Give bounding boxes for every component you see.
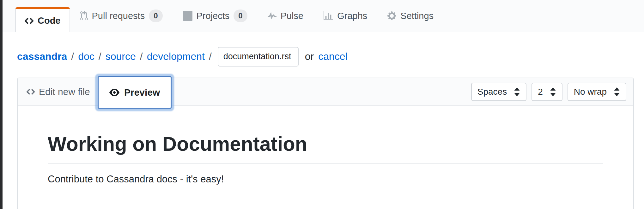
wrap-mode-select[interactable]: No wrap bbox=[568, 83, 626, 101]
indent-mode-value: Spaces bbox=[477, 87, 507, 97]
repo-tab-label: Graphs bbox=[337, 11, 367, 21]
pulse-icon bbox=[268, 11, 276, 21]
editor-header: Edit new file Preview Spaces 2 No wrap bbox=[18, 78, 633, 106]
code-icon bbox=[25, 16, 33, 26]
updown-caret-icon bbox=[550, 87, 556, 96]
window-edge bbox=[0, 0, 3, 209]
graph-icon bbox=[324, 11, 333, 21]
updown-caret-icon bbox=[514, 87, 520, 96]
preview-heading: Working on Documentation bbox=[48, 131, 603, 164]
file-editor-container: Edit new file Preview Spaces 2 No wrap W… bbox=[17, 78, 634, 209]
updown-caret-icon bbox=[614, 87, 620, 96]
breadcrumb-separator: / bbox=[209, 51, 212, 62]
breadcrumb-folder-development[interactable]: development bbox=[147, 51, 205, 62]
repo-tab-label: Pulse bbox=[281, 11, 304, 21]
repo-tab-graphs[interactable]: Graphs bbox=[313, 0, 377, 32]
preview-paragraph: Contribute to Cassandra docs - it's easy… bbox=[48, 174, 603, 185]
repo-tab-pulse[interactable]: Pulse bbox=[258, 0, 314, 32]
repo-tab-pull-requests[interactable]: Pull requests 0 bbox=[70, 0, 173, 32]
repo-tab-label: Settings bbox=[400, 11, 434, 21]
indent-mode-select[interactable]: Spaces bbox=[471, 83, 526, 101]
tab-preview[interactable]: Preview bbox=[98, 76, 172, 109]
eye-icon bbox=[109, 87, 119, 98]
preview-pane: Working on Documentation Contribute to C… bbox=[18, 106, 633, 185]
repo-tab-label: Code bbox=[38, 16, 61, 26]
edit-tab-label: Edit new file bbox=[39, 86, 90, 97]
indent-size-select[interactable]: 2 bbox=[532, 83, 562, 101]
or-label: or bbox=[305, 51, 314, 62]
breadcrumb-separator: / bbox=[71, 51, 74, 62]
cancel-link[interactable]: cancel bbox=[318, 51, 348, 62]
preview-tab-label: Preview bbox=[124, 87, 160, 98]
breadcrumb-repo-link[interactable]: cassandra bbox=[17, 51, 67, 62]
tab-edit-new-file[interactable]: Edit new file bbox=[27, 86, 90, 97]
repo-tab-label: Pull requests bbox=[92, 11, 145, 21]
repo-tab-settings[interactable]: Settings bbox=[377, 0, 444, 32]
breadcrumb-folder-source[interactable]: source bbox=[106, 51, 136, 62]
gear-icon bbox=[387, 11, 396, 21]
repo-tab-label: Projects bbox=[197, 11, 230, 21]
project-icon bbox=[183, 11, 192, 21]
pull-requests-count-badge: 0 bbox=[149, 10, 162, 22]
repo-tab-projects[interactable]: Projects 0 bbox=[173, 0, 258, 32]
code-icon bbox=[27, 87, 35, 97]
breadcrumb-separator: / bbox=[140, 51, 143, 62]
indent-size-value: 2 bbox=[538, 87, 543, 97]
breadcrumb-folder-doc[interactable]: doc bbox=[78, 51, 94, 62]
projects-count-badge: 0 bbox=[234, 10, 247, 22]
filename-input[interactable] bbox=[218, 47, 299, 66]
breadcrumb: cassandra / doc / source / development /… bbox=[17, 42, 644, 71]
repo-nav: Code Pull requests 0 Projects 0 Pulse Gr… bbox=[3, 0, 644, 32]
wrap-mode-value: No wrap bbox=[574, 87, 607, 97]
repo-tab-code[interactable]: Code bbox=[15, 7, 70, 32]
breadcrumb-separator: / bbox=[99, 51, 101, 62]
git-pull-request-icon bbox=[80, 11, 88, 21]
